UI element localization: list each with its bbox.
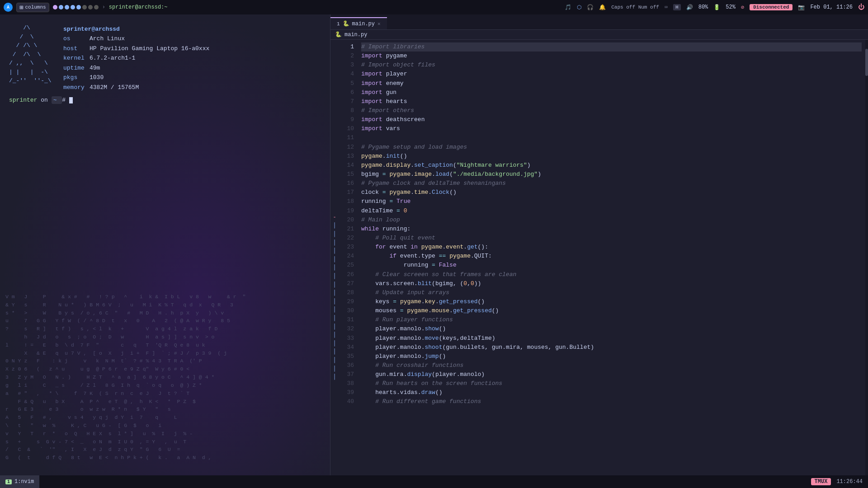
bluetooth-icon[interactable]: ⬡ [577,4,581,11]
topbar-right: 🎵 ⬡ 🎧 🔔 Caps off Num off ⌨ H 🔊 80% 🔋 52%… [565,4,864,11]
ln-36: 36 [339,361,354,370]
code-line-39: hearts.vidas.draw() [361,388,862,397]
sysinfo-host-val: HP Pavilion Gaming Laptop 16-a0xxx [90,44,209,53]
tmux-label: TMUX [811,478,831,485]
sysinfo-username: sprinter@archssd [63,24,120,34]
workspace-4[interactable] [71,5,75,9]
sysinfo-os-key: os [63,34,86,43]
ln-21: 21 [339,225,354,234]
volume-icon[interactable]: 🔊 [686,4,693,11]
sysinfo-pkgs-key: pkgs [63,73,86,82]
ln-2: 2 [339,52,354,61]
sysinfo-kernel-row: kernel 6.7.2-arch1-1 [63,53,209,63]
code-line-19: deltaTime = 0 [361,206,862,216]
ln-31: 31 [339,315,354,324]
tmux-window-1[interactable]: 1 1:nvim [0,475,39,488]
ln-34: 34 [339,343,354,352]
code-line-13: pygame.init() [361,152,862,161]
tab-number-icon: 1 [337,21,340,27]
code-area[interactable]: - │ │ │ │ │ │ │ │ │ │ │ │ │ │ │ │ [330,40,868,477]
sysinfo-uptime-row: uptime 49m [63,63,209,73]
h-key: H [673,4,681,10]
workspace-5[interactable] [76,5,81,9]
ln-33: 33 [339,334,354,343]
tab-filename: main.py [352,21,375,27]
tab-main-py[interactable]: 1 🐍 main.py ✕ [330,17,387,29]
workspace-3[interactable] [65,5,69,9]
datetime: Feb 01, 11:26 [810,4,853,10]
code-line-7: import hearts [361,97,862,106]
workspace-8[interactable] [94,5,99,9]
code-line-15: bgimg = pygame.image.load("./media/backg… [361,170,862,179]
gutter-2 [331,54,338,62]
code-line-17: clock = pygame.time.Clock() [361,188,862,197]
code-line-3: # Import object files [361,61,862,70]
notification-icon[interactable]: 🔔 [599,4,606,11]
workspace-6[interactable] [82,5,87,9]
gutter-30: │ [331,289,338,297]
ln-32: 32 [339,324,354,333]
code-line-6: import gun [361,88,862,97]
ln-25: 25 [339,261,354,270]
ln-30: 30 [339,306,354,315]
arch-icon[interactable]: A [4,3,13,12]
code-line-20: # Main loop [361,216,862,225]
ln-12: 12 [339,143,354,152]
gutter-13 [331,146,338,155]
scroll-thumb[interactable] [865,49,868,76]
gutter-28: │ [331,272,338,281]
prompt-hash: # [62,97,69,103]
workspace-1[interactable] [53,5,57,9]
gutter-17 [331,180,338,188]
code-line-2: import pygame [361,52,862,61]
ln-22: 22 [339,234,354,243]
tmux-right: TMUX 11:26:44 [811,478,868,485]
editor-tab-bar: 1 🐍 main.py ✕ [330,14,868,30]
random-chars-overlay: V m J P & x # # ! ? p ^ i k & I b L v 8 … [0,289,330,465]
network-icon[interactable]: ⊘ [741,4,744,11]
battery2-icon: 🔋 [713,4,720,11]
gutter-38: │ [331,356,338,365]
tmux-statusbar: 1 1:nvim TMUX 11:26:44 [0,475,868,488]
code-line-4: import player [361,70,862,79]
code-line-11 [361,133,862,142]
code-line-30: mouses = pygame.mouse.get_pressed() [361,306,862,315]
gutter-15 [331,163,338,171]
keyboard-icon: ⌨ [665,4,668,11]
workspace-7[interactable] [88,5,93,9]
ln-3: 3 [339,61,354,70]
screenshot-icon[interactable]: 📷 [798,4,805,11]
code-line-27: vars.screen.blit(bgimg, (0,0)) [361,279,862,288]
sysinfo-pkgs-val: 1030 [90,73,104,82]
prompt-on: on [41,97,51,103]
workspace-dots [53,5,99,9]
code-line-22: # Poll quit event [361,234,862,243]
tmux-win-number: 1 [5,479,12,484]
music-icon[interactable]: 🎵 [565,4,571,11]
editor-scrollbar[interactable] [865,40,868,477]
columns-button[interactable]: ⊞ columns [16,3,49,12]
gutter-6 [331,87,338,96]
git-gutter: - │ │ │ │ │ │ │ │ │ │ │ │ │ │ │ │ [330,40,339,477]
line-numbers: 1 2 3 4 5 6 7 8 9 10 11 12 13 14 15 16 1 [339,40,358,477]
code-line-35: player.manolo.jump() [361,352,862,361]
power-icon[interactable]: ⏻ [858,4,864,11]
gutter-5 [331,79,338,87]
code-line-5: import enemy [361,79,862,88]
sysinfo-os-row: os Arch Linux [63,34,209,43]
battery2-pct: 52% [726,4,736,10]
gutter-11 [331,129,338,138]
code-content[interactable]: # Import libraries import pygame # Impor… [358,40,865,477]
headphone-icon[interactable]: 🎧 [587,4,594,11]
ln-20: 20 [339,216,354,225]
gutter-20 [331,205,338,213]
sysinfo-uptime-val: 49m [90,63,100,73]
gutter-36: │ [331,339,338,348]
ln-15: 15 [339,170,354,179]
code-line-37: gun.mira.display(player.manolo) [361,370,862,379]
code-line-8: # Import others [361,106,862,115]
code-line-31: # Run player functions [361,315,862,324]
workspace-2[interactable] [59,5,63,9]
tab-close-button[interactable]: ✕ [377,21,381,27]
system-info-section: /\ / \ / /\ \ / /\ \ / ,, \ \ | | | -\ /… [0,14,330,92]
